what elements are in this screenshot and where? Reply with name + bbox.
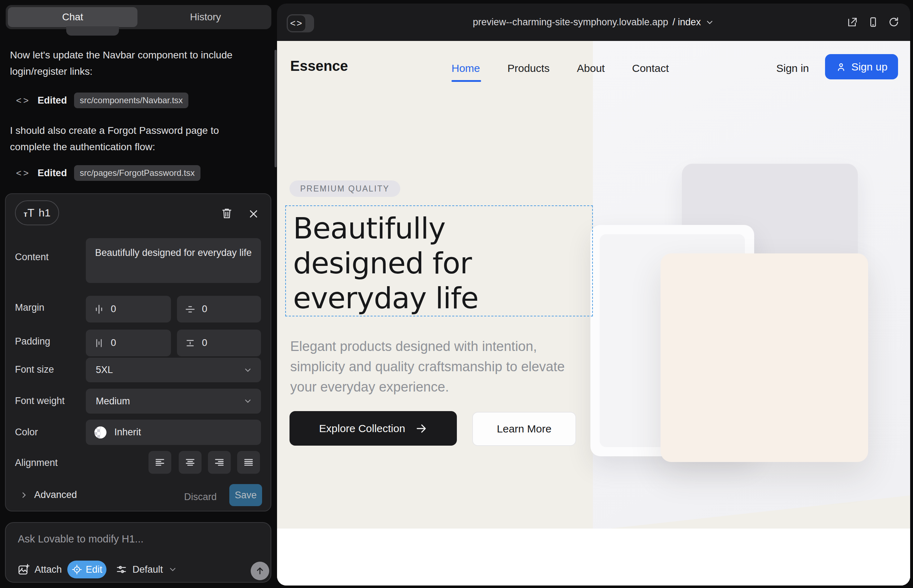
align-center-button[interactable] — [179, 451, 202, 474]
margin-horizontal-value: 0 — [111, 304, 116, 315]
content-label: Content — [15, 252, 49, 263]
sign-up-label: Sign up — [851, 61, 888, 73]
site-logo[interactable]: Essence — [290, 58, 348, 74]
padding-horizontal-field[interactable]: 0 — [86, 330, 171, 356]
attach-label: Attach — [34, 564, 62, 575]
align-justify-button[interactable] — [237, 451, 260, 474]
align-center-icon — [185, 457, 196, 468]
padding-vertical-field[interactable]: 0 — [177, 330, 261, 356]
align-justify-icon — [243, 457, 254, 468]
trash-icon — [221, 207, 233, 219]
truncated-chat-pill — [66, 26, 119, 36]
site-viewport: Essence Home Products About Contact Sign… — [277, 41, 910, 585]
file-pill[interactable]: src/pages/ForgotPassword.tsx — [74, 165, 201, 181]
align-left-button[interactable] — [149, 451, 171, 474]
element-editor-panel: ᴛT h1 Content Beautifully designed for e… — [5, 193, 271, 512]
save-button[interactable]: Save — [229, 484, 262, 506]
file-pill[interactable]: src/components/Navbar.tsx — [74, 92, 188, 108]
hero-image-beige-card — [660, 254, 868, 462]
mode-selector[interactable]: Default — [115, 564, 177, 575]
edited-label: Edited — [37, 168, 67, 179]
explore-collection-button[interactable]: Explore Collection — [290, 411, 457, 446]
mobile-view-icon[interactable] — [868, 16, 879, 28]
preview-url-bar[interactable]: preview--charming-site-symphony.lovable.… — [277, 3, 910, 41]
code-icon: <> — [16, 95, 30, 106]
tab-chat[interactable]: Chat — [8, 7, 138, 27]
color-value: Inherit — [114, 427, 141, 438]
close-panel-button[interactable] — [246, 207, 261, 221]
sliders-icon — [115, 564, 128, 575]
user-icon — [836, 61, 847, 72]
edited-label: Edited — [37, 95, 67, 106]
font-weight-select[interactable]: Medium — [86, 389, 261, 414]
align-left-icon — [154, 457, 165, 468]
alignment-label: Alignment — [15, 457, 58, 468]
content-input[interactable]: Beautifully designed for everyday life — [86, 238, 261, 283]
align-right-icon — [214, 457, 225, 468]
preview-toolbar: <> preview--charming-site-symphony.lovab… — [277, 3, 910, 41]
chevron-down-icon — [168, 565, 177, 574]
refresh-icon[interactable] — [888, 16, 900, 28]
nav-active-underline — [452, 80, 481, 82]
attach-button[interactable]: Attach — [18, 564, 62, 575]
sign-in-link[interactable]: Sign in — [776, 62, 809, 74]
chat-history-tabbar: Chat History — [6, 5, 271, 29]
premium-quality-badge: PREMIUM QUALITY — [290, 181, 400, 197]
edited-file-row: <> Edited src/pages/ForgotPassword.tsx — [16, 165, 201, 181]
element-tag-badge: ᴛT h1 — [15, 200, 59, 225]
margin-horizontal-icon — [94, 304, 104, 315]
chevron-down-icon — [705, 18, 714, 27]
advanced-toggle[interactable]: Advanced — [20, 489, 77, 501]
hero-description: Elegant products designed with intention… — [290, 336, 575, 397]
font-weight-label: Font weight — [15, 396, 65, 407]
chat-scrollbar[interactable] — [275, 50, 277, 167]
close-icon — [248, 208, 259, 219]
learn-more-button[interactable]: Learn More — [472, 412, 576, 446]
arrow-right-icon — [415, 423, 427, 435]
color-field[interactable]: Inherit — [86, 420, 261, 445]
padding-horizontal-value: 0 — [111, 338, 116, 349]
padding-label: Padding — [15, 336, 50, 347]
preview-url: preview--charming-site-symphony.lovable.… — [473, 17, 669, 28]
nav-link-about[interactable]: About — [577, 62, 605, 74]
chat-message: I should also create a Forgot Password p… — [10, 123, 245, 155]
code-icon: <> — [16, 168, 30, 179]
sign-up-button[interactable]: Sign up — [825, 54, 898, 79]
edit-mode-button[interactable]: Edit — [67, 561, 107, 578]
mode-label: Default — [133, 564, 163, 575]
delete-element-button[interactable] — [220, 206, 234, 220]
margin-label: Margin — [15, 302, 45, 313]
preview-path: / index — [673, 17, 701, 28]
font-weight-value: Medium — [96, 396, 130, 407]
chevron-down-icon — [243, 365, 253, 375]
explore-collection-label: Explore Collection — [319, 423, 405, 435]
discard-button[interactable]: Discard — [184, 491, 217, 502]
hero-headline: Beautifully designed for everyday life — [286, 206, 557, 316]
nav-link-products[interactable]: Products — [507, 62, 549, 74]
nav-link-contact[interactable]: Contact — [632, 62, 669, 74]
nav-link-home[interactable]: Home — [452, 62, 480, 74]
chat-composer: Attach Edit Default — [5, 522, 271, 583]
font-size-value: 5XL — [96, 365, 113, 375]
margin-vertical-icon — [185, 304, 196, 315]
target-icon — [71, 564, 82, 575]
padding-vertical-icon — [185, 338, 196, 349]
chevron-down-icon — [243, 396, 253, 406]
content-field: Beautifully designed for everyday life — [86, 238, 261, 283]
font-size-select[interactable]: 5XL — [86, 358, 261, 382]
color-label: Color — [15, 427, 38, 438]
chevron-right-icon — [20, 491, 28, 499]
align-right-button[interactable] — [208, 451, 231, 474]
element-tag-label: h1 — [39, 207, 50, 219]
edited-file-row: <> Edited src/components/Navbar.tsx — [16, 92, 188, 108]
margin-horizontal-field[interactable]: 0 — [86, 296, 171, 323]
composer-input[interactable] — [18, 531, 253, 547]
chat-message: Now let's update the Navbar component to… — [10, 47, 238, 80]
app-window: Chat History Now let's update the Navbar… — [0, 0, 913, 588]
tab-history[interactable]: History — [139, 5, 271, 29]
send-button[interactable] — [251, 562, 269, 580]
margin-vertical-field[interactable]: 0 — [177, 296, 261, 323]
next-section-background — [277, 528, 910, 585]
open-external-icon[interactable] — [847, 16, 858, 28]
h1-selection-outline[interactable]: Beautifully designed for everyday life — [285, 205, 593, 317]
